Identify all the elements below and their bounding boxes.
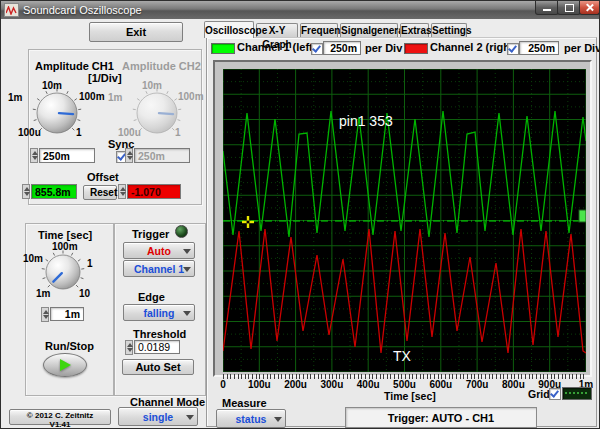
time-label: Time [sec] <box>38 229 92 241</box>
offset-label: Offset <box>87 171 119 183</box>
grid-color-swatch <box>562 387 592 400</box>
threshold-value[interactable]: 0.0189 <box>134 340 180 354</box>
channel-mode-dropdown[interactable]: single <box>118 407 198 426</box>
ch1-per-div-value[interactable]: 250m <box>323 41 361 55</box>
time-spinner[interactable] <box>41 307 49 322</box>
edge-label: Edge <box>138 291 165 303</box>
trigger-source-dropdown[interactable]: Channel 1 <box>123 260 195 277</box>
ch1-enable-checkbox[interactable] <box>311 43 323 55</box>
close-icon <box>585 3 594 12</box>
copyright-button[interactable]: © 2012 C. Zeitnitz V1.41 <box>9 409 111 425</box>
offset-ch1-value[interactable]: 855.8m <box>31 184 77 199</box>
autoset-button[interactable]: Auto Set <box>122 359 194 375</box>
knob-label: 100u <box>118 127 141 138</box>
minimize-button[interactable] <box>535 1 559 15</box>
measure-value: status <box>236 413 267 425</box>
trigger-mode-dropdown[interactable]: Auto <box>123 242 195 259</box>
knob-label: 10m <box>42 80 62 91</box>
ch1-per-div-label: per Div <box>365 42 402 54</box>
offset-reset-button[interactable]: Reset <box>83 185 117 200</box>
amplitude-ch2-spinner <box>125 148 133 163</box>
measure-label: Measure <box>222 397 267 409</box>
dropdown-arrow-icon <box>183 267 191 272</box>
scope-annotation-bottom: TX <box>393 348 412 364</box>
window-title: Soundcard Oszilloscope <box>23 4 142 16</box>
title-bar[interactable]: Soundcard Oszilloscope <box>1 1 599 19</box>
channel-mode-value: single <box>143 411 173 423</box>
ch1-color-swatch <box>211 43 235 54</box>
trigger-status: Trigger: AUTO - CH1 <box>345 407 537 428</box>
trigger-edge-value: falling <box>144 307 175 319</box>
measure-dropdown[interactable]: status <box>216 409 286 428</box>
knob-label: 1m <box>8 92 22 103</box>
ch2-enable-checkbox[interactable] <box>507 43 519 55</box>
x-tick-label: 800u <box>496 379 530 390</box>
dropdown-arrow-icon <box>186 415 194 420</box>
tab-signalgenerator[interactable]: Signalgenerator <box>340 23 398 37</box>
amplitude-ch1-value[interactable]: 250m <box>39 148 95 163</box>
grid-label: Grid <box>528 388 550 400</box>
time-value[interactable]: 1m <box>50 307 84 321</box>
knob-label: 10 <box>79 288 90 299</box>
amplitude-ch1-spinner[interactable] <box>30 148 38 163</box>
knob-label: 1 <box>87 258 93 269</box>
offset-ch1-spinner[interactable] <box>22 184 30 199</box>
ch2-per-div-value[interactable]: 250m <box>519 41 559 55</box>
play-icon <box>60 359 71 371</box>
threshold-spinner[interactable] <box>125 340 133 355</box>
runstop-button[interactable] <box>43 353 87 377</box>
ch2-legend-label: Channel 2 (right) <box>430 41 517 53</box>
x-tick-label: 500u <box>388 379 422 390</box>
x-tick-label: 100u <box>242 379 276 390</box>
x-tick-label: 600u <box>424 379 458 390</box>
minimize-icon <box>543 9 551 11</box>
knob-label: 1 <box>175 127 181 138</box>
ch2-per-div-label: per Div <box>564 42 600 54</box>
knob-label: 100u <box>18 127 41 138</box>
x-tick-label: 200u <box>279 379 313 390</box>
app-window: Soundcard Oszilloscope Exit Amplitude CH… <box>0 0 600 429</box>
grid-checkbox[interactable] <box>549 388 561 400</box>
scope-annotation-top: pin1 353 <box>339 113 393 129</box>
close-button[interactable] <box>579 1 600 15</box>
x-axis-title: Time [sec] <box>384 390 436 402</box>
maximize-icon <box>565 4 574 12</box>
amplitude-ch1-label: Amplitude CH1 <box>35 60 114 72</box>
offset-ch2-spinner[interactable] <box>118 184 126 199</box>
amplitude-unit-label: [1/Div] <box>88 72 122 84</box>
trigger-led <box>175 225 188 238</box>
trigger-edge-dropdown[interactable]: falling <box>123 304 195 321</box>
tab-extras[interactable]: Extras <box>400 23 429 37</box>
tab-frequency[interactable]: Frequency <box>300 23 338 37</box>
knob-label: 1 <box>76 127 82 138</box>
x-tick-label: 300u <box>315 379 349 390</box>
trigger-source-value: Channel 1 <box>134 263 184 275</box>
knob-label: 100m <box>79 91 105 102</box>
knob-label: 10m <box>23 253 43 264</box>
x-tick-label: 0 <box>206 379 240 390</box>
exit-button[interactable]: Exit <box>89 22 183 42</box>
dropdown-arrow-icon <box>183 249 191 254</box>
runstop-label: Run/Stop <box>45 340 94 352</box>
knob-label: 1m <box>108 92 122 103</box>
knob-label: 1m <box>36 288 50 299</box>
x-tick-label: 700u <box>460 379 494 390</box>
dropdown-arrow-icon <box>274 417 282 422</box>
tab-settings[interactable]: Settings <box>431 23 467 37</box>
scope-display[interactable]: pin1 353TX <box>223 69 586 372</box>
threshold-label: Threshold <box>133 328 186 340</box>
maximize-button[interactable] <box>557 1 581 15</box>
tab-oscilloscope[interactable]: Oscilloscope <box>204 21 254 38</box>
amplitude-ch2-label: Amplitude CH2 <box>122 60 201 72</box>
ch1-level-handle <box>579 210 586 222</box>
trigger-mode-value: Auto <box>147 245 171 257</box>
x-tick-label: 400u <box>351 379 385 390</box>
offset-ch2-value[interactable]: -1.070 <box>127 184 181 199</box>
knob-label: 10m <box>142 80 162 91</box>
app-icon <box>4 3 19 17</box>
amplitude-ch2-value: 250m <box>134 148 190 163</box>
trigger-label: Trigger <box>132 228 169 240</box>
knob-label: 100m <box>178 91 204 102</box>
ch2-color-swatch <box>404 43 428 54</box>
dropdown-arrow-icon <box>183 311 191 316</box>
